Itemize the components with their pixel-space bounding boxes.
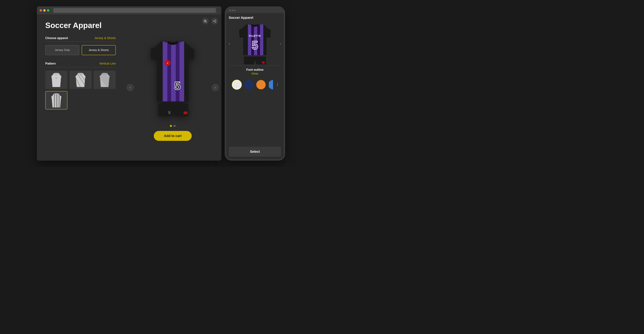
add-to-cart-button[interactable]: Add to cart bbox=[154, 131, 192, 141]
mobile-nav-right[interactable]: › bbox=[280, 42, 281, 46]
mobile-statusbar bbox=[226, 8, 284, 13]
share-icon[interactable] bbox=[211, 18, 218, 24]
preview-nav-right[interactable]: › bbox=[212, 84, 219, 91]
svg-rect-23 bbox=[163, 38, 167, 105]
apparel-selected-value: Jersey & Shorts bbox=[94, 36, 116, 40]
svg-rect-27 bbox=[180, 38, 184, 105]
mobile-font-label: Font outline bbox=[229, 68, 281, 72]
preview-nav-left[interactable]: ‹ bbox=[126, 84, 134, 91]
apparel-section-header: Choose apparel Jersey & Shorts bbox=[45, 36, 116, 42]
svg-point-19 bbox=[215, 22, 216, 22]
mobile-dot-3 bbox=[234, 10, 236, 11]
svg-rect-24 bbox=[167, 38, 171, 105]
left-panel: Soccer Apparel Choose apparel Jersey & S… bbox=[37, 14, 124, 161]
color-navy[interactable] bbox=[244, 80, 254, 89]
svg-rect-25 bbox=[171, 38, 176, 105]
pattern-selected-value: Vertical Line bbox=[99, 62, 116, 66]
pattern-grid bbox=[45, 70, 116, 110]
svg-point-0 bbox=[55, 77, 57, 79]
svg-point-20 bbox=[213, 21, 214, 22]
svg-text:VILETTE: VILETTE bbox=[249, 34, 261, 37]
mobile-dot-2 bbox=[232, 10, 233, 11]
page-title: Soccer Apparel bbox=[45, 21, 116, 30]
mobile-status-dots bbox=[230, 10, 236, 11]
svg-rect-11 bbox=[54, 93, 55, 108]
pattern-section-header: Pattern Vertical Line bbox=[45, 62, 116, 67]
browser-maximize-dot[interactable] bbox=[47, 9, 49, 12]
svg-text:5: 5 bbox=[174, 79, 180, 92]
jersey-preview: ⚔ 5 5 bbox=[144, 34, 201, 122]
preview-area: ‹ bbox=[124, 14, 221, 161]
color-white[interactable] bbox=[232, 80, 242, 89]
pattern-vertical-stripes[interactable] bbox=[45, 91, 68, 110]
pattern-label: Pattern bbox=[45, 62, 56, 66]
carousel-dots bbox=[170, 125, 176, 127]
browser-minimize-dot[interactable] bbox=[43, 9, 46, 12]
mobile-select-button[interactable]: Select bbox=[229, 147, 281, 156]
mobile-jersey-preview: ‹ bbox=[229, 22, 281, 65]
mobile-dot-1 bbox=[230, 10, 231, 11]
jersey-shorts-button[interactable]: Jersey & Shorts bbox=[82, 45, 116, 55]
carousel-dot-2[interactable] bbox=[174, 125, 176, 127]
mobile-content: Soccer Apparel ‹ bbox=[226, 13, 284, 159]
svg-line-21 bbox=[214, 20, 215, 21]
browser-close-dot[interactable] bbox=[40, 9, 42, 12]
browser-content: Soccer Apparel Choose apparel Jersey & S… bbox=[37, 14, 221, 161]
svg-rect-28 bbox=[151, 48, 158, 60]
mobile-page-title: Soccer Apparel bbox=[229, 16, 281, 20]
mobile-nav-left[interactable]: ‹ bbox=[229, 42, 230, 46]
svg-rect-26 bbox=[176, 38, 180, 105]
svg-line-22 bbox=[214, 21, 215, 22]
svg-text:5: 5 bbox=[252, 39, 258, 52]
browser-address-bar[interactable] bbox=[53, 8, 216, 13]
svg-rect-32 bbox=[184, 112, 187, 114]
pattern-diagonal-lines[interactable] bbox=[94, 70, 116, 89]
pattern-diagonal-stripes[interactable] bbox=[70, 70, 92, 89]
mobile-font-value: White bbox=[229, 72, 281, 75]
zoom-icon[interactable] bbox=[202, 18, 209, 24]
svg-text:⚔: ⚔ bbox=[167, 62, 168, 64]
svg-point-18 bbox=[215, 20, 216, 20]
svg-rect-38 bbox=[260, 22, 263, 58]
preview-icons bbox=[202, 18, 218, 24]
apparel-label: Choose apparel bbox=[45, 36, 68, 40]
color-orange[interactable] bbox=[256, 80, 266, 89]
svg-line-15 bbox=[206, 22, 207, 23]
pattern-plain[interactable] bbox=[45, 70, 68, 89]
apparel-buttons-group: Jersey Only Jersey & Shorts bbox=[45, 45, 116, 55]
svg-rect-34 bbox=[248, 22, 251, 58]
mobile-font-section: Font outline White bbox=[229, 65, 281, 77]
mobile-window: Soccer Apparel ‹ bbox=[225, 6, 285, 161]
svg-text:5: 5 bbox=[168, 110, 170, 115]
carousel-dot-1[interactable] bbox=[170, 125, 172, 127]
browser-titlebar bbox=[37, 6, 221, 14]
color-options bbox=[229, 77, 281, 92]
svg-rect-41 bbox=[262, 62, 265, 64]
svg-rect-12 bbox=[56, 93, 57, 108]
svg-rect-13 bbox=[58, 93, 60, 108]
jersey-only-button[interactable]: Jersey Only bbox=[45, 45, 79, 55]
browser-window: Soccer Apparel Choose apparel Jersey & S… bbox=[37, 6, 221, 161]
color-blue-partial[interactable] bbox=[268, 80, 278, 89]
